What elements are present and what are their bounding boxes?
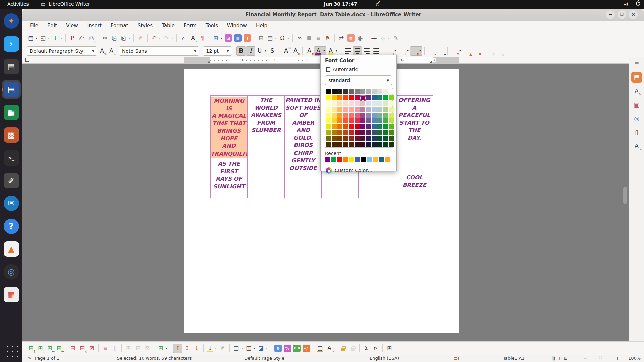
table-cell-row1-col6[interactable]: OFFERING A PEACEFUL START TO THE DAY. CO… [395, 96, 433, 190]
borders-button[interactable]: ◫▾ [244, 344, 257, 353]
zoom-level[interactable]: 100% [628, 356, 641, 361]
color-swatch-492300[interactable] [337, 142, 342, 147]
color-swatch-FF7B59[interactable] [343, 113, 348, 118]
navigator-deck-button[interactable]: ◎ [631, 113, 642, 124]
color-swatch-3FAF46[interactable] [383, 118, 388, 123]
color-swatch-8D1D75[interactable] [360, 118, 365, 123]
color-swatch-C5000B[interactable] [355, 124, 360, 129]
align-center-button[interactable] [353, 46, 362, 56]
color-swatch-FF8000[interactable] [337, 95, 342, 100]
color-swatch-BF819E[interactable] [360, 107, 365, 112]
page-style[interactable]: Default Page Style [244, 356, 284, 361]
table-cell-row1-col2[interactable]: THE WORLD AWAKENS FROM SLUMBER [248, 96, 285, 190]
recent-color-swatch-F10D0C[interactable] [337, 157, 342, 162]
recent-color-swatch-3465A4[interactable] [355, 157, 360, 162]
bold-button[interactable]: B [236, 46, 246, 56]
border-style-button[interactable]: □▾ [232, 344, 244, 353]
restore-button[interactable]: ❐ [618, 10, 626, 19]
insert-cross-reference-button[interactable]: ⇄ [337, 33, 346, 43]
save-dropdown[interactable]: ▾ [59, 37, 63, 40]
recent-color-swatch-FFB937[interactable] [373, 157, 378, 162]
print-button[interactable]: ⎙ [77, 33, 87, 43]
color-swatch-191237[interactable] [366, 142, 371, 147]
color-swatch-BE480A[interactable] [343, 130, 348, 135]
terminal-launcher[interactable]: >_ [2, 148, 21, 167]
copy-button[interactable]: ⎘ [110, 33, 119, 43]
color-swatch-0E4C3C[interactable] [377, 136, 382, 141]
color-swatch-FF3838[interactable] [349, 118, 354, 123]
color-swatch-FFFF38[interactable] [326, 118, 331, 123]
insert-chart-button[interactable]: ▥ [233, 33, 243, 43]
color-swatch-DEE7E5[interactable] [377, 101, 382, 106]
insert-column-before-button[interactable]: ⊞← [45, 344, 54, 353]
color-swatch-B47804[interactable] [332, 130, 337, 135]
color-swatch-55308D[interactable] [366, 95, 371, 100]
insert-field-dropdown[interactable]: ▾ [274, 37, 278, 40]
zoom-out-button[interactable]: − [583, 356, 587, 361]
color-swatch-F10D0C[interactable] [349, 124, 354, 129]
color-swatch-FFF5CE[interactable] [332, 101, 337, 106]
number-format-percent-button[interactable]: % [283, 344, 292, 353]
highlight-color-dropdown[interactable]: ▾ [335, 49, 338, 52]
paste-button[interactable]: ⎗▾ [119, 33, 131, 43]
clear-formatting-button[interactable]: A⊗ [305, 46, 314, 56]
menu-table[interactable]: Table [162, 23, 175, 29]
menu-format[interactable]: Format [111, 23, 128, 29]
delete-table-button[interactable]: ⊠ [87, 344, 96, 353]
color-swatch-4E102D[interactable] [360, 136, 365, 141]
color-swatch-DDE8CB[interactable] [383, 101, 388, 106]
color-swatch-4B1F00[interactable] [343, 142, 348, 147]
italic-button[interactable]: I [246, 46, 255, 56]
color-swatch-BF0041[interactable] [355, 95, 360, 100]
vlc-launcher[interactable]: ▲ [2, 240, 21, 258]
color-swatch-FF860D[interactable] [337, 118, 342, 123]
color-swatch-650953[interactable] [360, 130, 365, 135]
font-color-dropdown[interactable]: ▾ [322, 49, 326, 52]
increase-paragraph-spacing-button[interactable]: ≡▲ [462, 46, 472, 56]
new-document-button[interactable]: ▤▾ [26, 33, 39, 43]
table-cell-row2-col1[interactable] [211, 190, 248, 198]
color-swatch-C9211E[interactable] [349, 130, 354, 135]
color-swatch-EEEEEE[interactable] [383, 89, 388, 94]
color-swatch-1B3C5F[interactable] [372, 136, 377, 141]
color-swatch-1B3108[interactable] [389, 142, 394, 147]
color-swatch-FFAA95[interactable] [343, 107, 348, 112]
character-formatting-button[interactable]: A· [325, 344, 334, 353]
files-launcher[interactable]: ▤ [2, 57, 21, 76]
color-swatch-355269[interactable] [372, 130, 377, 135]
single-page-view-icon[interactable]: ▯ [552, 356, 555, 361]
recent-color-swatch-17657E[interactable] [379, 157, 384, 162]
justify-button[interactable] [371, 46, 381, 56]
update-style-button[interactable]: A✎ [97, 46, 107, 56]
text-language[interactable]: English (USA) [370, 356, 399, 361]
color-swatch-443205[interactable] [326, 142, 331, 147]
print-preview-button[interactable]: ⎙⌕ [87, 33, 96, 43]
color-swatch-FF5429[interactable] [343, 118, 348, 123]
color-swatch-472702[interactable] [332, 142, 337, 147]
color-swatch-FF972F[interactable] [337, 113, 342, 118]
table-cell-row2-col2[interactable] [248, 190, 285, 198]
subscript-button[interactable]: AB [291, 46, 300, 56]
insert-mode-icon[interactable]: ⊐I [454, 356, 459, 361]
color-swatch-77BC65[interactable] [383, 113, 388, 118]
color-swatch-380D16[interactable] [355, 142, 360, 147]
insert-page-break-button[interactable]: ⊟ [256, 33, 266, 43]
focused-app-name[interactable]: LibreOffice Writer [49, 1, 90, 7]
color-swatch-033B16[interactable] [383, 142, 388, 147]
color-swatch-50938A[interactable] [377, 118, 382, 123]
line-spacing-dropdown[interactable]: ▾ [458, 49, 462, 52]
font-name-combobox[interactable]: Noto Sans▼ [119, 46, 199, 56]
custom-color-button[interactable]: Custom Color… [325, 165, 392, 173]
libreoffice-writer-launcher[interactable]: ▤ [2, 80, 21, 99]
color-swatch-FFD428[interactable] [332, 118, 337, 123]
palette-select[interactable]: standard ▼ [325, 75, 392, 85]
cut-button[interactable]: ✂ [100, 33, 110, 43]
color-swatch-D4EA6B[interactable] [389, 113, 394, 118]
insert-special-character-dropdown[interactable]: ▾ [286, 37, 290, 40]
color-swatch-DDDDDD[interactable] [377, 89, 382, 94]
color-swatch-950029[interactable] [355, 130, 360, 135]
center-vertically-button[interactable]: ↕ [182, 344, 192, 353]
color-swatch-FFFFFF[interactable] [389, 89, 394, 94]
chevron-down-icon[interactable]: ▼ [224, 49, 232, 53]
color-swatch-B3CAC7[interactable] [377, 107, 382, 112]
